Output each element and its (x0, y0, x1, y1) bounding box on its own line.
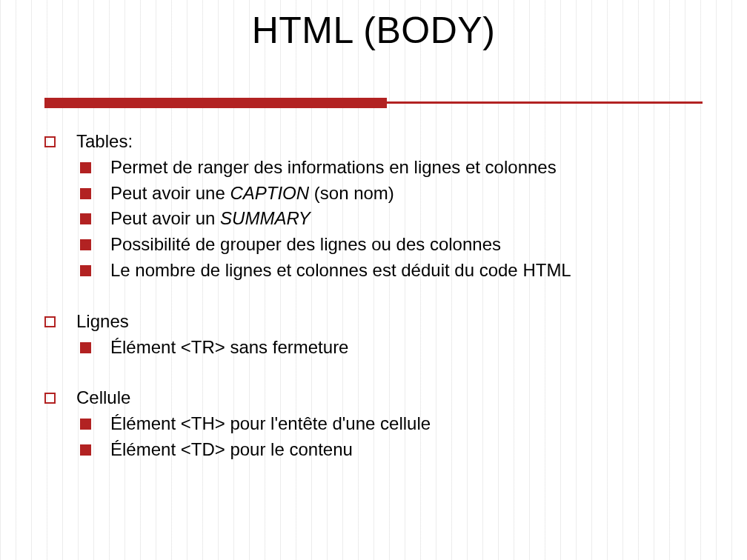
list-item-text: Peut avoir une CAPTION (son nom) (110, 181, 394, 207)
bullet-fill-icon (80, 162, 91, 173)
list-item: Élément <TR> sans fermeture (80, 335, 703, 361)
section-cellule: Cellule Élément <TH> pour l'entête d'une… (44, 385, 703, 462)
section-lignes: Lignes Élément <TR> sans fermeture (44, 309, 703, 361)
section-heading: Lignes (76, 309, 129, 335)
list-item: Élément <TD> pour le contenu (80, 437, 703, 463)
bullet-fill-icon (80, 213, 91, 224)
bullet-fill-icon (80, 419, 91, 430)
list-item-text: Le nombre de lignes et colonnes est dédu… (110, 258, 571, 284)
bullet-open-icon (44, 393, 56, 404)
list-item-text: Permet de ranger des informations en lig… (110, 155, 557, 181)
list-item: Élément <TH> pour l'entête d'une cellule (80, 411, 703, 437)
list-item: Peut avoir une CAPTION (son nom) (80, 181, 703, 207)
list-item-text: Possibilité de grouper des lignes ou des… (110, 232, 501, 258)
section-heading: Cellule (76, 385, 130, 411)
bullet-open-icon (44, 136, 56, 147)
bullet-open-icon (44, 316, 56, 327)
list-item: Le nombre de lignes et colonnes est dédu… (80, 258, 703, 284)
bullet-fill-icon (80, 342, 91, 353)
slide-title: HTML (BODY) (44, 0, 703, 52)
section-heading: Tables: (76, 129, 133, 155)
list-item-text: Élément <TD> pour le contenu (110, 437, 353, 463)
list-item: Permet de ranger des informations en lig… (80, 155, 703, 181)
slide-content: Tables: Permet de ranger des information… (44, 129, 703, 463)
divider (44, 98, 703, 108)
bullet-fill-icon (80, 444, 91, 456)
list-item-text: Élément <TH> pour l'entête d'une cellule (110, 411, 431, 437)
list-item: Possibilité de grouper des lignes ou des… (80, 232, 703, 258)
section-tables: Tables: Permet de ranger des information… (44, 129, 703, 284)
bullet-fill-icon (80, 265, 91, 276)
bullet-fill-icon (80, 188, 91, 199)
list-item-text: Élément <TR> sans fermeture (110, 335, 348, 361)
bullet-fill-icon (80, 239, 91, 250)
list-item: Peut avoir un SUMMARY (80, 206, 703, 232)
list-item-text: Peut avoir un SUMMARY (110, 206, 311, 232)
